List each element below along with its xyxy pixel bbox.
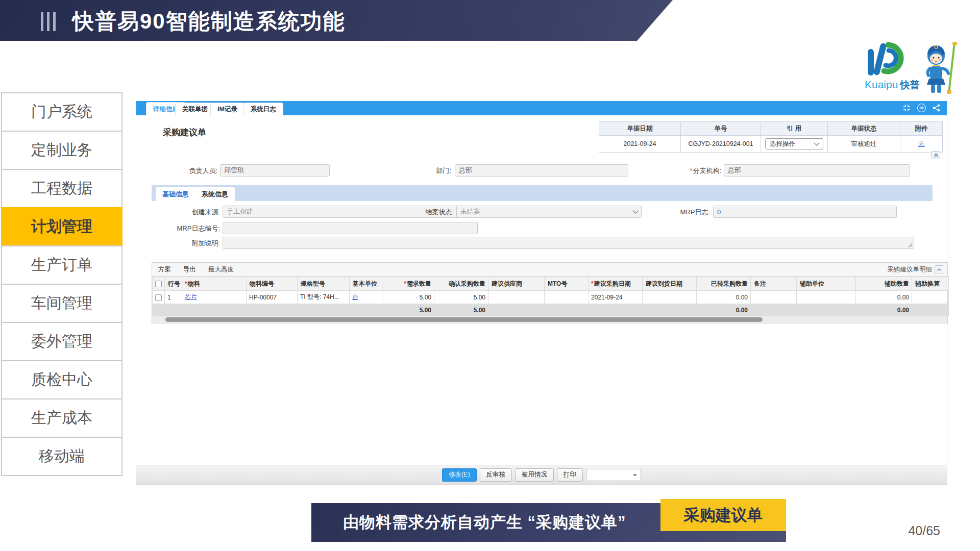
col-converted-qty: 已转采购数量 — [697, 277, 751, 291]
close-status-label: 结案状态: — [414, 208, 454, 217]
tab-related-docs[interactable]: 关联单据 — [175, 103, 215, 116]
sidebar-item-portal[interactable]: 门户系统 — [1, 92, 122, 132]
cell-line-no: 1 — [165, 291, 182, 304]
sidebar-item-engineering-data[interactable]: 工程数据 — [1, 169, 122, 208]
col-material: *物料 — [182, 277, 247, 291]
sidebar: 门户系统 定制业务 工程数据 计划管理 生产订单 车间管理 委外管理 质检中心 … — [1, 92, 122, 476]
sidebar-item-outsourcing[interactable]: 委外管理 — [1, 322, 122, 361]
print-button[interactable]: 打印 — [557, 468, 583, 482]
share-icon[interactable] — [932, 104, 941, 112]
cell-spec-model: TI 型号: 74H... — [298, 291, 350, 304]
im-icon[interactable]: IM — [917, 104, 926, 112]
doc-number: CGJYD-20210924-001 — [681, 136, 761, 153]
usage-button[interactable]: 被用情况 — [515, 468, 554, 482]
toolbar-scheme[interactable]: 方案 — [158, 265, 171, 274]
grid-panel-title: 采购建议单明细 — [888, 265, 933, 274]
logo-wordmark: Kuaipu快普 — [865, 79, 919, 92]
col-remark: 备注 — [751, 277, 797, 291]
subtab-basic-info[interactable]: 基础信息 — [156, 187, 195, 201]
unit-link[interactable]: 台 — [352, 293, 358, 300]
resize-handle-icon[interactable] — [908, 243, 913, 247]
sum-converted-qty: 0.00 — [697, 304, 751, 316]
col-spec-model: 规格型号 — [298, 277, 350, 291]
cell-suggest-supplier — [488, 291, 545, 304]
kuaipu-logo: Kuaipu快普 — [865, 42, 962, 97]
sidebar-item-workshop[interactable]: 车间管理 — [1, 284, 122, 323]
horizontal-scrollbar[interactable] — [152, 316, 947, 323]
modify-button[interactable]: 修改(E) — [442, 468, 477, 482]
app-tabbar: 详细信息 关联单据 IM记录 系统日志 IM — [136, 101, 947, 115]
col-line-no: 行号 — [165, 277, 182, 291]
cell-aux-qty: 0.00 — [856, 291, 912, 304]
material-link[interactable]: 芯片 — [185, 293, 197, 300]
owner-input[interactable]: 邱雪琪 — [220, 164, 330, 177]
doc-title: 采购建议单 — [163, 127, 206, 138]
slide-header: 快普易90智能制造系统功能 — [0, 0, 980, 41]
more-actions-select[interactable] — [586, 469, 641, 481]
doc-status: 审核通过 — [828, 136, 900, 153]
col-material-no: 物料编号 — [247, 277, 298, 291]
slide: 快普易90智能制造系统功能 Kuaipu快普 — [0, 0, 980, 551]
reference-select[interactable]: 选择操作 — [765, 138, 823, 149]
sum-demand-qty: 5.00 — [383, 304, 434, 316]
sidebar-item-quality-center[interactable]: 质检中心 — [1, 360, 122, 399]
doc-header-table: 单据日期 单号 引 用 单据状态 附件 2021-09-24 CGJYD-202… — [599, 121, 943, 153]
window-icons: IM — [902, 104, 941, 112]
dept-input[interactable]: 总部 — [455, 164, 628, 177]
chevron-down-icon — [814, 140, 819, 145]
app-footer: 修改(E) 反审核 被用情况 打印 — [136, 465, 947, 484]
col-aux-qty: 辅助数量 — [856, 277, 912, 291]
grid-header-row: 行号 *物料 物料编号 规格型号 基本单位 *需求数量 确认采购数量 建议供应商… — [153, 277, 949, 291]
sidebar-item-mobile[interactable]: 移动端 — [1, 437, 122, 476]
kp-mark-icon — [865, 42, 916, 78]
cell-demand-qty: 5.00 — [383, 291, 434, 304]
owner-label: 负责人员: — [179, 166, 217, 176]
extra-note-label: 附加说明: — [182, 239, 220, 248]
mrp-log-no-input[interactable] — [223, 222, 478, 234]
toolbar-max-height[interactable]: 最大高度 — [208, 265, 234, 274]
extra-note-input[interactable] — [223, 237, 914, 249]
compress-icon[interactable] — [902, 104, 911, 112]
tab-system-log[interactable]: 系统日志 — [243, 103, 283, 116]
caption-text: 由物料需求分析自动产生 “采购建议单” — [343, 512, 626, 533]
col-doc-date: 单据日期 — [599, 122, 681, 136]
slide-title: 快普易90智能制造系统功能 — [72, 7, 346, 36]
subtab-system-info[interactable]: 系统信息 — [195, 187, 235, 201]
col-suggest-purchase-date: *建议采购日期 — [589, 277, 643, 291]
sidebar-item-plan-management[interactable]: 计划管理 — [1, 207, 122, 246]
unapprove-button[interactable]: 反审核 — [480, 468, 512, 482]
col-suggest-arrival-date: 建议到货日期 — [643, 277, 697, 291]
branch-label: *分支机构: — [669, 166, 721, 176]
scrollbar-thumb[interactable] — [165, 317, 763, 322]
sidebar-item-custom-business[interactable]: 定制业务 — [1, 131, 122, 170]
dept-label: 部门: — [415, 166, 451, 176]
col-aux-conversion: 辅助换算 — [912, 277, 949, 291]
grid-collapse-button[interactable] — [935, 265, 943, 273]
branch-input[interactable]: 总部 — [724, 164, 910, 177]
close-status-select[interactable]: 未结案 — [456, 206, 642, 218]
cell-mto-no — [545, 291, 589, 304]
sidebar-item-production-cost[interactable]: 生产成本 — [1, 398, 122, 438]
detail-grid-panel: 方案 导出 最大高度 采购建议单明细 — [152, 262, 948, 323]
attachment-link[interactable]: 无 — [918, 140, 925, 147]
cell-material-no: HP-00007 — [247, 291, 298, 304]
doc-date: 2021-09-24 — [599, 136, 681, 153]
sidebar-item-production-order[interactable]: 生产订单 — [1, 245, 122, 285]
select-all-checkbox[interactable] — [155, 281, 162, 287]
mrp-log-input[interactable]: 0 — [713, 206, 897, 218]
sum-confirm-qty: 5.00 — [434, 304, 488, 316]
toolbar-export[interactable]: 导出 — [183, 265, 196, 274]
header-collapse-button[interactable] — [932, 151, 940, 159]
row-checkbox[interactable] — [155, 294, 162, 301]
col-doc-number: 单号 — [681, 122, 761, 136]
tab-im-record[interactable]: IM记录 — [210, 103, 244, 116]
col-doc-status: 单据状态 — [828, 122, 900, 136]
cell-aux-conversion — [912, 291, 949, 304]
grid-data-row: 1 芯片 HP-00007 TI 型号: 74H... 台 5.00 5.00 … — [153, 291, 949, 304]
col-mto-no: MTO号 — [545, 277, 589, 291]
col-base-unit: 基本单位 — [350, 277, 383, 291]
col-attachment: 附件 — [900, 122, 943, 136]
col-confirm-qty: 确认采购数量 — [434, 277, 488, 291]
col-demand-qty: *需求数量 — [383, 277, 434, 291]
vertical-bars-icon — [41, 12, 56, 31]
